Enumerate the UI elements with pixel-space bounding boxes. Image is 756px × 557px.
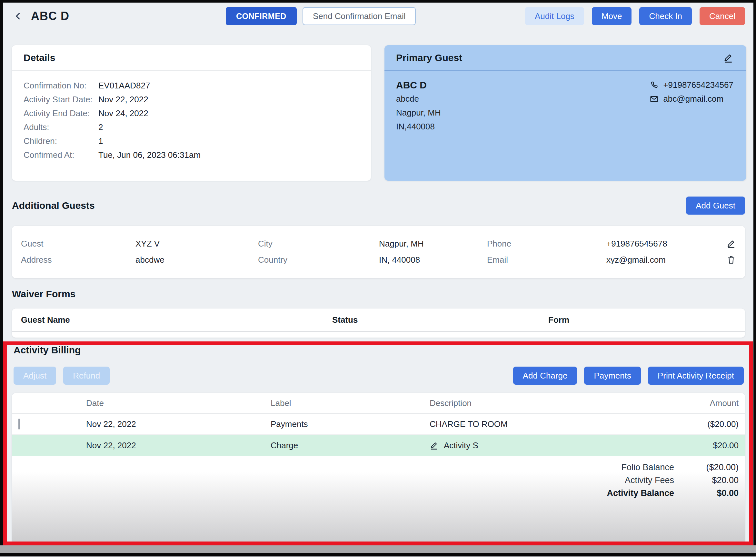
activity-billing-card: Date Label Description Amount Nov 22, 20…: [12, 393, 745, 545]
send-confirmation-email-button[interactable]: Send Confirmation Email: [303, 7, 416, 25]
additional-guest-row: Guest XYZ V City Nagpur, MH Phone +91987…: [21, 236, 736, 268]
city-value: Nagpur, MH: [379, 239, 487, 249]
address-label: Address: [21, 255, 135, 265]
summary-label: Activity Fees: [12, 475, 687, 486]
phone-value: +919876545678: [606, 239, 718, 249]
detail-value: EV01AAD827: [98, 81, 359, 91]
top-bar-left: ABC D: [12, 6, 69, 26]
detail-row: Children: 1: [24, 134, 359, 148]
delete-additional-guest-button[interactable]: [718, 255, 736, 265]
waiver-forms-card: Guest Name Status Form: [12, 309, 745, 338]
billing-col-label: Label: [271, 398, 430, 408]
billing-row-description: Activity S: [444, 440, 478, 450]
details-card: Details Confirmation No: EV01AAD827 Acti…: [12, 45, 371, 181]
edit-charge-button[interactable]: [430, 441, 439, 450]
print-activity-receipt-button[interactable]: Print Activity Receipt: [648, 367, 744, 385]
summary-row-folio-balance: Folio Balance ($20.00): [12, 461, 745, 474]
primary-guest-country: IN,440008: [396, 120, 735, 134]
detail-label: Confirmed At:: [24, 150, 98, 160]
detail-row: Adults: 2: [24, 120, 359, 134]
detail-value: 1: [98, 136, 359, 146]
cancel-button[interactable]: Cancel: [699, 7, 745, 25]
summary-value: $20.00: [687, 475, 738, 486]
edit-primary-guest-button[interactable]: [722, 51, 735, 64]
screenshot-frame: ABC D CONFIRMED Send Confirmation Email …: [0, 0, 756, 557]
additional-guest-card: Guest XYZ V City Nagpur, MH Phone +91987…: [12, 226, 745, 278]
add-guest-button[interactable]: Add Guest: [686, 197, 745, 214]
status-badge: CONFIRMED: [226, 7, 297, 25]
billing-actions-left: Adjust Refund: [13, 367, 109, 385]
pencil-icon: [430, 441, 439, 450]
audit-logs-button[interactable]: Audit Logs: [525, 7, 584, 25]
guest-label: Guest: [21, 239, 135, 249]
billing-row-label: Charge: [271, 440, 430, 450]
detail-value: Tue, Jun 06, 2023 06:31am: [98, 150, 359, 160]
booking-detail-page: ABC D CONFIRMED Send Confirmation Email …: [3, 3, 753, 546]
waiver-forms-title: Waiver Forms: [12, 289, 75, 299]
add-charge-button[interactable]: Add Charge: [513, 367, 577, 385]
billing-table-header: Date Label Description Amount: [12, 393, 745, 414]
pencil-icon: [723, 53, 733, 63]
detail-label: Confirmation No:: [24, 81, 98, 91]
billing-summary: Folio Balance ($20.00) Activity Fees $20…: [12, 461, 745, 500]
pencil-icon: [726, 239, 736, 248]
email-label: Email: [487, 255, 606, 265]
page-title: ABC D: [31, 9, 69, 23]
payments-button[interactable]: Payments: [584, 367, 641, 385]
detail-value: Nov 24, 2022: [98, 109, 359, 118]
billing-row-charge: Nov 22, 2022 Charge Activity S: [12, 435, 745, 456]
detail-value: 2: [98, 122, 359, 132]
detail-label: Activity Start Date:: [24, 94, 98, 105]
billing-col-date: Date: [86, 398, 271, 408]
chevron-left-icon: [13, 11, 23, 21]
primary-guest-phone: +91987654234567: [663, 80, 733, 90]
detail-label: Activity End Date:: [24, 109, 98, 118]
primary-guest-title: Primary Guest: [396, 52, 462, 63]
activity-billing-title: Activity Billing: [13, 345, 81, 355]
top-bar-actions: Audit Logs Move Check In Cancel: [525, 7, 745, 25]
additional-guests-header: Additional Guests Add Guest: [12, 196, 745, 215]
city-label: City: [258, 239, 379, 249]
bottom-strip-black: [0, 553, 756, 556]
address-value: abcdwe: [135, 255, 258, 265]
detail-row: Activity Start Date: Nov 22, 2022: [24, 93, 359, 107]
waiver-forms-header: Waiver Forms: [12, 289, 75, 299]
primary-guest-card: Primary Guest ABC D abcde Nagpur, MH IN,…: [384, 45, 746, 181]
primary-guest-email: abc@gmail.com: [663, 94, 723, 104]
check-in-button[interactable]: Check In: [639, 7, 692, 25]
summary-label: Activity Balance: [12, 488, 687, 498]
row-checkbox[interactable]: [19, 418, 20, 430]
top-bar-center: CONFIRMED Send Confirmation Email: [226, 7, 416, 25]
billing-row-label: Payments: [271, 419, 430, 429]
billing-row-amount: $20.00: [713, 440, 738, 450]
move-button[interactable]: Move: [592, 7, 632, 25]
detail-label: Children:: [24, 136, 98, 146]
primary-guest-contact: +91987654234567 abc@gmail.com: [650, 78, 733, 106]
back-button[interactable]: [12, 10, 24, 22]
detail-value: Nov 22, 2022: [98, 94, 359, 105]
guest-value: XYZ V: [135, 239, 258, 249]
waiver-col-form: Form: [548, 315, 745, 325]
waiver-forms-table-header: Guest Name Status Form: [12, 309, 745, 332]
primary-guest-city: Nagpur, MH: [396, 106, 735, 120]
details-card-title: Details: [12, 45, 371, 71]
email-value: xyz@gmail.com: [606, 255, 718, 265]
edit-additional-guest-button[interactable]: [718, 239, 736, 248]
detail-row: Activity End Date: Nov 24, 2022: [24, 107, 359, 120]
top-bar: ABC D CONFIRMED Send Confirmation Email …: [3, 6, 753, 26]
phone-label: Phone: [487, 239, 606, 249]
summary-row-activity-fees: Activity Fees $20.00: [12, 474, 745, 487]
additional-guests-title: Additional Guests: [12, 200, 95, 211]
refund-button[interactable]: Refund: [63, 367, 109, 385]
bottom-strip-gray: [0, 546, 756, 553]
phone-icon: [650, 81, 659, 90]
summary-value: $0.00: [687, 488, 738, 498]
adjust-button[interactable]: Adjust: [13, 367, 56, 385]
billing-col-amount: Description Amount: [430, 398, 738, 408]
summary-label: Folio Balance: [12, 463, 687, 472]
detail-row: Confirmation No: EV01AAD827: [24, 79, 359, 93]
country-value: IN, 440008: [379, 255, 487, 265]
billing-row-description: CHARGE TO ROOM: [430, 419, 508, 429]
waiver-col-guest-name: Guest Name: [21, 315, 332, 325]
summary-row-activity-balance: Activity Balance $0.00: [12, 487, 745, 500]
